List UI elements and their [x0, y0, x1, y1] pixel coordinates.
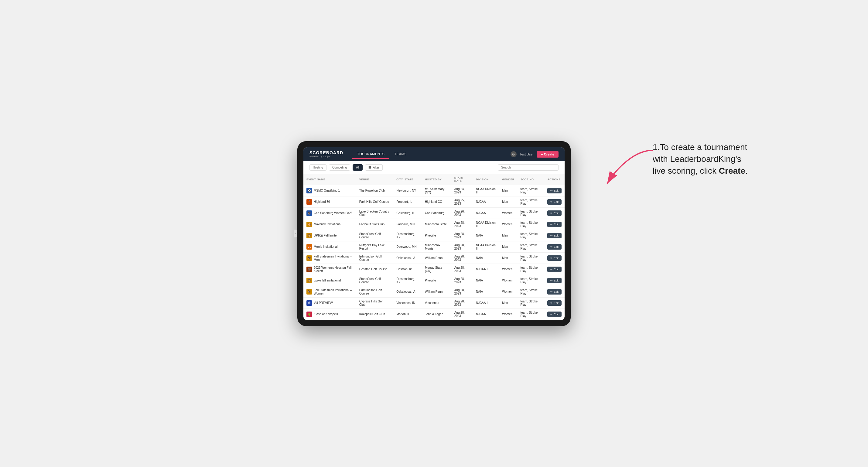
team-icon: 🦅 — [306, 255, 312, 261]
edit-icon: ✏ — [550, 268, 553, 271]
col-hosted-by: HOSTED BY — [422, 174, 451, 185]
table-row: 🦅 Fall Statesmen Invitational – Men Edmu… — [303, 252, 565, 263]
edit-button[interactable]: ✏ Edit — [547, 312, 562, 317]
table-row: 🦅 Fall Statesmen Invitational – Women Ed… — [303, 286, 565, 297]
cell-actions: ✏ Edit — [544, 230, 565, 241]
filter-tab-all[interactable]: All — [352, 164, 363, 170]
event-name-text: VU PREVIEW — [314, 301, 333, 305]
cell-gender: Women — [499, 275, 517, 286]
create-button[interactable]: + Create — [537, 151, 559, 158]
cell-venue: Edmundson Golf Course — [356, 252, 393, 263]
edit-button[interactable]: ✏ Edit — [547, 222, 562, 227]
event-name-text: upike fall invitational — [314, 279, 341, 282]
filter-tab-hosting[interactable]: Hosting — [309, 164, 327, 170]
edit-button[interactable]: ✏ Edit — [547, 278, 562, 283]
cell-city-state: Faribault, MN — [393, 219, 422, 230]
cell-hosted-by: William Penn — [422, 252, 451, 263]
cell-gender: Women — [499, 263, 517, 275]
cell-event-name: 🐻 2023 Women's Hesston Fall Kickoff — [303, 263, 356, 275]
cell-actions: ✏ Edit — [544, 241, 565, 252]
cell-start-date: Aug 28, 2023 — [451, 275, 473, 286]
table-row: 🦊 Morris Invitational Ruttger's Bay Lake… — [303, 241, 565, 252]
cell-start-date: Aug 26, 2023 — [451, 207, 473, 219]
settings-icon[interactable]: ⚙ — [510, 151, 517, 157]
nav-tab-teams[interactable]: TEAMS — [390, 150, 411, 159]
event-name-text: MSMC Qualifying 1 — [314, 189, 340, 192]
cell-event-name: 🦅 Fall Statesmen Invitational – Women — [303, 286, 356, 297]
edit-button[interactable]: ✏ Edit — [547, 244, 562, 250]
edit-button[interactable]: ✏ Edit — [547, 300, 562, 306]
cell-venue: Kokopelli Golf Club — [356, 309, 393, 320]
table-row: 🏛 VU PREVIEW Cypress Hills Golf Club Vin… — [303, 297, 565, 309]
filter-button[interactable]: ☰ Filter — [365, 164, 382, 170]
main-nav: TOURNAMENTS TEAMS — [352, 150, 411, 159]
event-name-text: Fall Statesmen Invitational – Men — [314, 255, 353, 261]
edit-button[interactable]: ✏ Edit — [547, 255, 562, 261]
filter-tab-competing[interactable]: Competing — [329, 164, 350, 170]
filters-bar: Hosting Competing All ☰ Filter — [303, 161, 565, 174]
cell-venue: Park Hills Golf Course — [356, 196, 393, 207]
sidebar-toggle[interactable]: › — [294, 230, 297, 238]
annotation-paragraph: 1.To create a tournament with Leaderboar… — [653, 141, 750, 177]
cell-scoring: team, Stroke Play — [518, 241, 545, 252]
cell-division: NJCAA I — [473, 309, 499, 320]
edit-icon: ✏ — [550, 256, 553, 260]
team-icon: 🌵 — [306, 312, 312, 317]
filter-icon: ☰ — [368, 166, 371, 169]
app-header: SCOREBOARD Powered by Clippit TOURNAMENT… — [303, 147, 565, 161]
cell-division: NAIA — [473, 252, 499, 263]
cell-gender: Men — [499, 252, 517, 263]
cell-city-state: Prestonsburg, KY — [393, 275, 422, 286]
cell-scoring: team, Stroke Play — [518, 196, 545, 207]
edit-button[interactable]: ✏ Edit — [547, 188, 562, 193]
cell-division: NJCAA II — [473, 297, 499, 309]
edit-button[interactable]: ✏ Edit — [547, 267, 562, 272]
table-row: 🏌 Highland 36 Park Hills Golf Course Fre… — [303, 196, 565, 207]
annotation-bold-word: Create — [719, 166, 745, 176]
cell-event-name: ⚽ MSMC Qualifying 1 — [303, 185, 356, 196]
team-icon: 🏌 — [306, 199, 312, 205]
event-name-text: Morris Invitational — [314, 245, 337, 248]
event-name-text: Maverick Invitational — [314, 223, 341, 226]
header-right: ⚙ Test User + Create — [510, 151, 559, 158]
cell-division: NAIA — [473, 230, 499, 241]
cell-event-name: 🦅 Fall Statesmen Invitational – Men — [303, 252, 356, 263]
cell-venue: Cypress Hills Golf Club — [356, 297, 393, 309]
team-icon: 🦅 — [306, 289, 312, 294]
edit-button[interactable]: ✏ Edit — [547, 289, 562, 294]
edit-button[interactable]: ✏ Edit — [547, 211, 562, 216]
cell-hosted-by: Carl Sandburg — [422, 207, 451, 219]
cell-start-date: Aug 25, 2023 — [451, 196, 473, 207]
cell-city-state: Marion, IL — [393, 309, 422, 320]
edit-icon: ✏ — [550, 234, 553, 237]
event-name-text: Klash at Kokopelli — [314, 312, 338, 316]
table-header-row: EVENT NAME VENUE CITY, STATE HOSTED BY S… — [303, 174, 565, 185]
nav-tab-tournaments[interactable]: TOURNAMENTS — [352, 150, 390, 159]
table-row: ⚽ MSMC Qualifying 1 The Powelton Club Ne… — [303, 185, 565, 196]
edit-button[interactable]: ✏ Edit — [547, 233, 562, 238]
cell-start-date: Aug 28, 2023 — [451, 241, 473, 252]
edit-button[interactable]: ✏ Edit — [547, 199, 562, 205]
cell-hosted-by: Pikeville — [422, 275, 451, 286]
tablet-screen: SCOREBOARD Powered by Clippit TOURNAMENT… — [303, 147, 565, 320]
team-icon: 🐴 — [306, 222, 312, 227]
edit-icon: ✏ — [550, 279, 553, 282]
col-scoring: SCORING — [518, 174, 545, 185]
col-venue: VENUE — [356, 174, 393, 185]
cell-actions: ✏ Edit — [544, 263, 565, 275]
cell-start-date: Aug 28, 2023 — [451, 230, 473, 241]
filter-label: Filter — [372, 166, 379, 169]
cell-gender: Women — [499, 207, 517, 219]
cell-start-date: Aug 24, 2023 — [451, 185, 473, 196]
edit-icon: ✏ — [550, 212, 553, 215]
col-event-name: EVENT NAME — [303, 174, 356, 185]
cell-gender: Men — [499, 230, 517, 241]
search-input[interactable] — [498, 164, 559, 170]
cell-division: NAIA — [473, 275, 499, 286]
cell-hosted-by: John A Logan — [422, 309, 451, 320]
cell-start-date: Aug 28, 2023 — [451, 297, 473, 309]
cell-division: NJCAA II — [473, 263, 499, 275]
cell-hosted-by: Pikeville — [422, 230, 451, 241]
cell-city-state: Hesston, KS — [393, 263, 422, 275]
cell-actions: ✏ Edit — [544, 207, 565, 219]
